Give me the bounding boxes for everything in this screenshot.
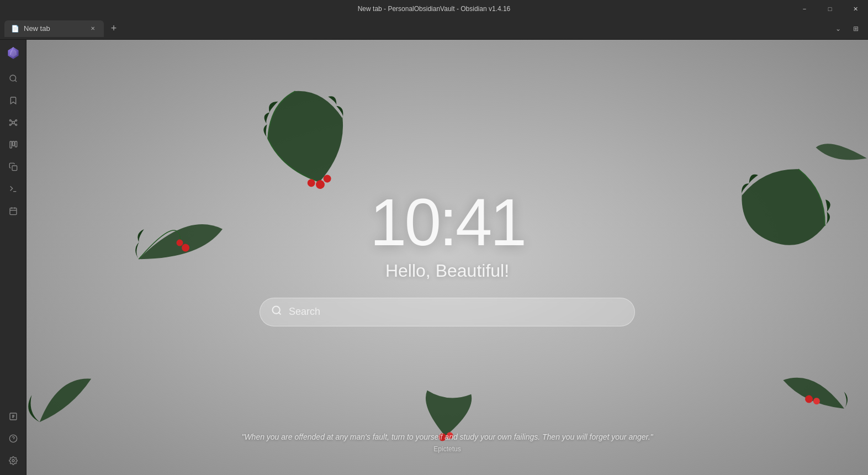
- close-button[interactable]: ✕: [843, 0, 868, 18]
- quote-section: "When you are offended at any man's faul…: [27, 431, 868, 453]
- svg-point-6: [9, 120, 11, 122]
- svg-rect-14: [10, 141, 12, 148]
- search-placeholder: Search: [289, 306, 623, 318]
- svg-line-13: [14, 123, 15, 125]
- svg-point-8: [9, 124, 11, 126]
- tab-bar-right-controls: ⌄ ⊞: [830, 21, 864, 36]
- svg-rect-16: [15, 141, 17, 147]
- svg-point-9: [15, 124, 17, 126]
- center-content: 10:41 Hello, Beautiful! Search: [27, 40, 868, 475]
- app-logo: [4, 44, 22, 62]
- quote-author: Epictetus: [137, 445, 758, 453]
- clock-display: 10:41: [370, 189, 525, 255]
- svg-rect-17: [12, 166, 17, 171]
- new-tab-button[interactable]: +: [106, 21, 121, 36]
- sidebar-item-kanban[interactable]: [3, 135, 23, 155]
- active-tab[interactable]: 📄 New tab ✕: [4, 20, 104, 37]
- tab-page-icon: 📄: [11, 25, 19, 33]
- svg-rect-15: [12, 141, 14, 146]
- svg-rect-19: [10, 208, 17, 215]
- sidebar-item-calendar[interactable]: [3, 201, 23, 221]
- tab-dropdown-button[interactable]: ⌄: [830, 21, 846, 36]
- window-title: New tab - PersonalObsidianVault - Obsidi…: [358, 5, 511, 13]
- sidebar: [0, 40, 27, 475]
- sidebar-item-copy[interactable]: [3, 157, 23, 177]
- tab-label: New tab: [24, 24, 50, 33]
- sidebar-item-help[interactable]: [3, 429, 23, 448]
- svg-line-11: [14, 120, 15, 122]
- sidebar-item-graph[interactable]: [3, 113, 23, 133]
- svg-point-26: [12, 460, 14, 462]
- search-icon: [271, 305, 282, 319]
- tab-bar: 📄 New tab ✕ + ⌄ ⊞: [0, 18, 868, 40]
- sidebar-item-plugin-help[interactable]: [3, 407, 23, 426]
- sidebar-item-search[interactable]: [3, 68, 23, 88]
- greeting-text: Hello, Beautiful!: [385, 261, 509, 281]
- sidebar-item-bookmarks[interactable]: [3, 91, 23, 110]
- sidebar-bottom: [3, 407, 23, 471]
- layout-button[interactable]: ⊞: [848, 21, 864, 36]
- tab-close-button[interactable]: ✕: [88, 24, 97, 33]
- sidebar-item-settings[interactable]: [3, 451, 23, 471]
- window-controls: − □ ✕: [792, 0, 868, 18]
- svg-line-10: [11, 120, 13, 122]
- svg-point-4: [10, 75, 16, 81]
- quote-text: "When you are offended at any man's faul…: [137, 431, 758, 443]
- svg-line-12: [11, 123, 13, 125]
- sidebar-item-terminal[interactable]: [3, 179, 23, 199]
- maximize-button[interactable]: □: [817, 0, 843, 18]
- main-layout: 10:41 Hello, Beautiful! Search "When you…: [0, 40, 868, 475]
- svg-point-7: [15, 120, 17, 122]
- svg-point-36: [273, 307, 280, 314]
- search-bar[interactable]: Search: [260, 298, 635, 326]
- minimize-button[interactable]: −: [792, 0, 817, 18]
- main-content: 10:41 Hello, Beautiful! Search "When you…: [27, 40, 868, 475]
- title-bar: New tab - PersonalObsidianVault - Obsidi…: [0, 0, 868, 18]
